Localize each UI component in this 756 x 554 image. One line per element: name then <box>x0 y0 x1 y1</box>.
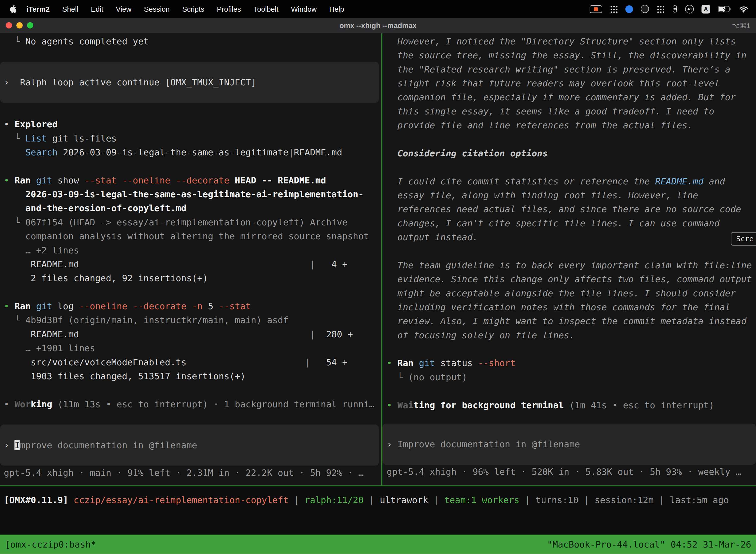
screen-notification-tooltip: Scre <box>731 232 756 245</box>
text-segment: I <box>15 440 20 450</box>
text-segment: src/voice/voiceModeEnabled.ts <box>4 357 187 367</box>
text-segment: git <box>36 301 52 311</box>
terminal-line <box>0 383 381 397</box>
text-segment: No agents completed yet <box>25 36 149 46</box>
terminal-line <box>0 285 381 299</box>
text-segment: I could cite commit statistics or refere… <box>387 176 655 186</box>
tmux-status-bar: [omx-cczip0:bash* "MacBook-Pro-44.local"… <box>0 535 756 554</box>
text-segment: └ <box>4 133 25 144</box>
terminal-line <box>0 159 381 173</box>
text-segment: --stat <box>219 301 251 311</box>
text-segment: of focusing solely on file lines. <box>387 330 575 340</box>
left-prompt-input[interactable]: › Improve documentation in @filename <box>0 425 379 466</box>
menu-item-view[interactable]: View <box>110 5 138 13</box>
terminal-line: output instead. <box>382 230 756 244</box>
right-transcript: However, I noticed the "Directory Struct… <box>382 34 756 412</box>
menu-item-scripts[interactable]: Scripts <box>176 5 210 13</box>
text-segment: 2026-03-09-is-legal-the-same-as-legitima… <box>4 189 364 199</box>
text-segment: team:1 workers <box>444 495 519 505</box>
menu-item-help[interactable]: Help <box>323 5 351 13</box>
text-segment: • <box>387 400 397 410</box>
text-segment: ting for background terminal <box>414 400 564 410</box>
app-grid-icon[interactable] <box>610 5 618 13</box>
load-gauge-icon[interactable]: .61 <box>685 4 694 13</box>
text-segment: show <box>52 175 84 185</box>
terminal-line: • Waiting for background terminal (1m 41… <box>382 398 756 412</box>
window-title-bar[interactable]: omx --xhigh --madmax ⌥⌘1 <box>0 18 756 33</box>
text-segment: | <box>428 495 444 505</box>
text-segment: Improve documentation in @filename <box>397 439 580 449</box>
text-segment: └ 067f154 (HEAD -> essay/ai-reimplementa… <box>4 217 348 227</box>
battery-icon[interactable] <box>718 5 731 12</box>
text-segment: • <box>4 119 15 129</box>
left-transcript: • Explored └ List git ls-files Search 20… <box>0 117 381 411</box>
text-segment: Explored <box>15 119 58 129</box>
window-title: omx --xhigh --madmax <box>0 21 756 30</box>
text-segment <box>31 175 36 185</box>
terminal-line: changes, I can't cite specific file line… <box>382 216 756 230</box>
text-segment: 1903 files changed, 513517 insertions(+) <box>4 371 246 381</box>
terminal-line: README.md | 280 + <box>0 327 381 341</box>
text-segment: The team guideline is to back every impo… <box>387 260 752 270</box>
text-segment: git <box>419 358 435 368</box>
terminal-line: slight risk that future readers may over… <box>382 76 756 90</box>
text-segment: 5 <box>203 301 219 311</box>
right-terminal-pane[interactable]: However, I noticed the "Directory Struct… <box>382 33 756 485</box>
text-segment: companion file, especially if more comme… <box>387 92 736 102</box>
text-segment: references need actual files, and since … <box>387 204 741 214</box>
wifi-icon[interactable] <box>739 5 748 12</box>
menu-item-profiles[interactable]: Profiles <box>210 5 247 13</box>
text-segment: └ (no output) <box>387 372 467 382</box>
terminal-line: The team guideline is to back every impo… <box>382 258 756 272</box>
left-top-lines: └ No agents completed yet <box>0 34 381 48</box>
text-segment: … +1901 lines <box>4 343 95 353</box>
text-segment: git ls-files <box>47 133 117 144</box>
desktop: iTerm2ShellEditViewSessionScriptsProfile… <box>0 0 756 554</box>
text-segment: 54 + <box>310 357 348 367</box>
text-segment: review. Also, I might want to inspect th… <box>387 316 747 326</box>
menu-item-session[interactable]: Session <box>138 5 176 13</box>
automation-app-icon[interactable] <box>672 5 677 13</box>
text-segment: └ 4b9d30f (origin/main, instructkr/main,… <box>4 315 289 325</box>
dark-app-icon[interactable] <box>641 5 649 13</box>
menu-item-window[interactable]: Window <box>285 5 323 13</box>
text-segment: | <box>364 495 380 505</box>
terminal-line: › Improve documentation in @filename <box>382 437 580 451</box>
terminal-line: and-the-erosion-of-copyleft.md <box>0 201 381 215</box>
terminal-line: might be acceptable alongside the file l… <box>382 286 756 300</box>
apple-menu-icon[interactable] <box>10 5 16 13</box>
text-segment: | <box>519 495 536 505</box>
window-shortcut-hint: ⌥⌘1 <box>732 21 756 29</box>
text-segment: | <box>187 357 310 367</box>
text-segment: • <box>4 175 15 185</box>
blue-app-icon[interactable] <box>625 5 633 13</box>
terminal-line: essay file, along with finding root file… <box>382 188 756 202</box>
text-segment: and-the-erosion-of-copyleft.md <box>4 203 187 213</box>
terminal-line: However, I noticed the "Directory Struct… <box>382 34 756 48</box>
terminal-line: gpt-5.4 xhigh · main · 91% left · 2.31M … <box>0 466 381 480</box>
text-segment: the source tree, missing the essay. Stil… <box>387 50 747 60</box>
text-segment: README.md <box>4 259 79 269</box>
terminal-line: src/voice/voiceModeEnabled.ts | 54 + <box>0 355 381 369</box>
launchpad-grid-icon[interactable] <box>657 5 665 13</box>
terminal-line: of focusing solely on file lines. <box>382 328 756 342</box>
text-segment: ultrawork <box>380 495 428 505</box>
text-segment: turns:10 | session:12m | last:5m ago <box>536 495 729 505</box>
terminal-line: the "Related research writing" section i… <box>382 62 756 76</box>
text-segment: companion analysis without altering the … <box>4 231 369 241</box>
terminal-line: 2026-03-09-is-legal-the-same-as-legitima… <box>0 187 381 201</box>
menu-item-shell[interactable]: Shell <box>56 5 84 13</box>
text-segment: mprove documentation in @filename <box>20 440 197 450</box>
terminal-line: including verification notes with those … <box>382 300 756 314</box>
omx-status-line: [OMX#0.11.9] cczip/essay/ai-reimplementa… <box>0 493 756 507</box>
terminal-line: companion file, especially if more comme… <box>382 90 756 104</box>
menu-item-toolbelt[interactable]: Toolbelt <box>247 5 285 13</box>
text-segment: --oneline --decorate -n <box>79 301 203 311</box>
left-terminal-pane[interactable]: └ No agents completed yet › Ralph loop a… <box>0 33 381 485</box>
input-source-icon[interactable]: A <box>701 4 710 13</box>
menu-item-edit[interactable]: Edit <box>84 5 110 13</box>
right-prompt-input[interactable]: › Improve documentation in @filename <box>382 424 756 465</box>
screen-recording-indicator-icon[interactable] <box>589 5 602 13</box>
text-segment: might be acceptable alongside the file l… <box>387 288 736 298</box>
menu-item-iterm2[interactable]: iTerm2 <box>20 5 56 13</box>
